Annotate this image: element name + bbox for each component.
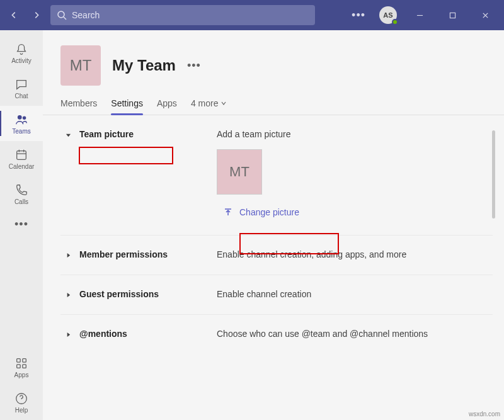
chevron-right-icon [66, 292, 71, 298]
search-icon [57, 10, 67, 20]
expand-toggle[interactable] [66, 249, 73, 261]
sidebar-item-calls[interactable]: Calls [0, 176, 43, 212]
expand-toggle[interactable] [66, 129, 73, 140]
forward-button[interactable] [28, 6, 45, 24]
help-icon [14, 392, 28, 406]
svg-rect-7 [17, 364, 21, 368]
close-icon [482, 12, 489, 19]
section-title: @mentions [79, 329, 127, 339]
svg-rect-8 [23, 364, 26, 368]
svg-point-3 [23, 116, 25, 119]
team-name: My Team [112, 57, 176, 74]
main-content: MT My Team ••• Members Settings Apps 4 m… [43, 30, 504, 420]
sidebar-label: Help [15, 407, 28, 414]
sidebar-more-button[interactable]: ••• [14, 218, 28, 231]
apps-icon [14, 356, 28, 370]
team-picture-initials: MT [229, 164, 249, 180]
watermark: wsxdn.com [469, 411, 500, 417]
section-mentions: @mentions Choose who can use @team and @… [60, 315, 493, 354]
chevron-right-icon [66, 332, 71, 338]
tab-apps[interactable]: Apps [157, 98, 177, 115]
chevron-left-icon [9, 11, 18, 20]
sidebar-item-chat[interactable]: Chat [0, 71, 43, 106]
team-avatar-initials: MT [70, 57, 92, 74]
titlebar-more-button[interactable]: ••• [346, 9, 370, 22]
section-title: Guest permissions [79, 289, 159, 299]
section-title: Team picture [79, 129, 134, 139]
tab-members[interactable]: Members [60, 98, 97, 115]
tab-more-label: 4 more [191, 98, 219, 108]
app-sidebar: Activity Chat Teams Calendar Calls ••• A… [0, 30, 43, 420]
svg-rect-1 [450, 13, 455, 18]
search-input[interactable]: Search [50, 5, 315, 25]
sidebar-label: Apps [14, 372, 29, 378]
tab-more-dropdown[interactable]: 4 more [191, 98, 227, 115]
sidebar-item-teams[interactable]: Teams [0, 106, 43, 141]
chevron-down-icon [66, 132, 71, 138]
section-description: Enable channel creation, adding apps, an… [217, 249, 455, 261]
close-button[interactable] [471, 6, 499, 24]
calendar-icon [14, 148, 28, 162]
svg-rect-4 [17, 150, 26, 159]
section-description: Add a team picture [217, 129, 455, 139]
svg-point-0 [58, 11, 64, 18]
chat-icon [14, 77, 28, 91]
svg-rect-6 [23, 358, 26, 362]
maximize-icon [449, 12, 456, 19]
team-avatar: MT [60, 45, 101, 86]
chevron-right-icon [32, 11, 41, 20]
expand-toggle[interactable] [66, 289, 73, 300]
sidebar-label: Calendar [9, 163, 35, 170]
section-team-picture: Team picture Add a team picture MT Chang… [60, 115, 493, 236]
minimize-icon [416, 12, 423, 19]
section-description: Choose who can use @team and @channel me… [217, 329, 455, 340]
sidebar-label: Activity [11, 57, 32, 64]
user-initials: AS [383, 11, 392, 19]
back-button[interactable] [5, 6, 23, 24]
bell-icon [14, 42, 28, 56]
change-picture-label: Change picture [239, 207, 299, 217]
phone-icon [14, 183, 28, 197]
sidebar-label: Chat [14, 93, 28, 99]
expand-toggle[interactable] [66, 329, 73, 340]
tab-bar: Members Settings Apps 4 more [43, 93, 504, 115]
minimize-button[interactable] [406, 6, 433, 24]
sidebar-item-activity[interactable]: Activity [0, 35, 43, 71]
chevron-down-icon [220, 100, 227, 106]
change-picture-button[interactable]: Change picture [217, 203, 306, 221]
chevron-right-icon [66, 253, 71, 258]
scrollbar-thumb[interactable] [492, 130, 495, 219]
section-title: Member permissions [79, 249, 168, 259]
team-header: MT My Team ••• [43, 30, 504, 93]
titlebar: Search ••• AS [0, 0, 504, 30]
sidebar-item-apps[interactable]: Apps [0, 349, 43, 385]
user-avatar[interactable]: AS [379, 6, 397, 24]
team-more-button[interactable]: ••• [187, 59, 201, 72]
search-placeholder: Search [72, 10, 100, 20]
sidebar-label: Teams [12, 128, 30, 135]
tab-settings[interactable]: Settings [111, 98, 143, 115]
section-member-permissions: Member permissions Enable channel creati… [60, 236, 493, 275]
people-icon [14, 113, 28, 127]
sidebar-item-calendar[interactable]: Calendar [0, 141, 43, 176]
presence-indicator-icon [392, 19, 398, 25]
maximize-button[interactable] [438, 6, 466, 24]
section-description: Enable channel creation [217, 289, 455, 300]
settings-scroll-area[interactable]: Team picture Add a team picture MT Chang… [43, 115, 504, 420]
team-picture-preview: MT [217, 149, 262, 195]
svg-rect-5 [17, 358, 21, 362]
sidebar-item-help[interactable]: Help [0, 385, 43, 420]
section-guest-permissions: Guest permissions Enable channel creatio… [60, 275, 493, 315]
upload-icon [223, 207, 233, 217]
sidebar-label: Calls [14, 198, 28, 205]
svg-point-2 [18, 115, 22, 119]
